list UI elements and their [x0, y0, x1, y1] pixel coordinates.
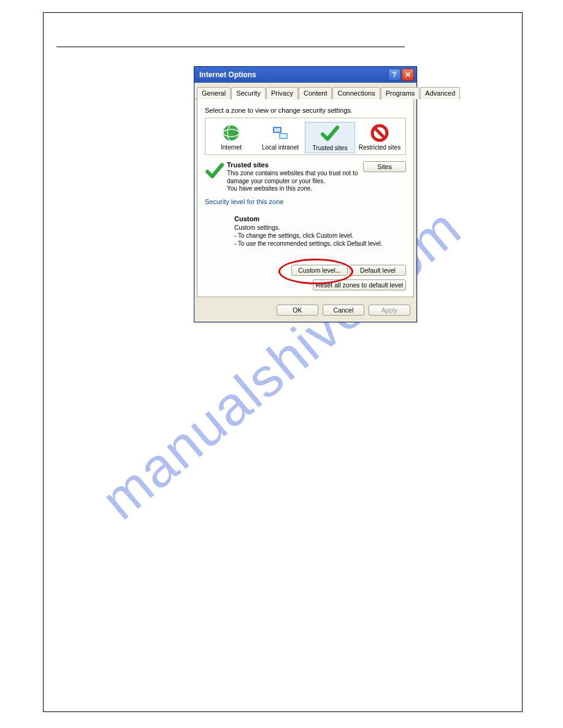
- zone-detail-body-2: You have websites in this zone.: [227, 185, 312, 192]
- zone-local-intranet[interactable]: Local intranet: [256, 122, 305, 153]
- zone-list: Internet Local intranet Trusted sites Re…: [205, 118, 406, 155]
- reset-all-zones-button[interactable]: Reset all zones to default level: [313, 279, 406, 290]
- custom-line-2: - To change the settings, click Custom l…: [234, 232, 353, 239]
- tab-strip: General Security Privacy Content Connect…: [194, 83, 416, 99]
- cancel-button[interactable]: Cancel: [323, 305, 364, 316]
- zone-detail-heading: Trusted sites: [227, 161, 361, 169]
- tab-general[interactable]: General: [197, 87, 231, 99]
- dialog-buttons: OK Cancel Apply: [194, 301, 416, 322]
- tab-body-security: Select a zone to view or change security…: [197, 99, 414, 297]
- custom-settings-block: Custom Custom settings. - To change the …: [234, 215, 406, 248]
- checkmark-icon: [320, 124, 340, 143]
- tab-content[interactable]: Content: [299, 87, 332, 99]
- tab-privacy[interactable]: Privacy: [266, 87, 298, 99]
- zone-label: Trusted sites: [305, 145, 354, 151]
- restricted-icon: [370, 123, 389, 143]
- tab-security[interactable]: Security: [231, 87, 266, 99]
- zone-label: Local intranet: [256, 144, 305, 151]
- intranet-icon: [270, 123, 290, 143]
- default-level-button[interactable]: Default level: [350, 265, 406, 276]
- sites-button[interactable]: Sites: [363, 161, 406, 172]
- zone-restricted-sites[interactable]: Restricted sites: [355, 122, 404, 153]
- custom-level-button[interactable]: Custom level...: [291, 265, 348, 276]
- security-level-link[interactable]: Security level for this zone: [205, 198, 283, 205]
- custom-heading: Custom: [234, 215, 406, 222]
- zone-detail-body-1: This zone contains websites that you tru…: [227, 170, 358, 184]
- custom-line-3: - To use the recommended settings, click…: [234, 240, 383, 247]
- ok-button[interactable]: OK: [277, 305, 318, 316]
- horizontal-rule: [56, 47, 405, 47]
- tab-advanced[interactable]: Advanced: [420, 87, 460, 99]
- zone-label: Internet: [207, 144, 256, 151]
- custom-line-1: Custom settings.: [234, 224, 280, 231]
- close-button[interactable]: ✕: [402, 69, 414, 81]
- zone-internet[interactable]: Internet: [207, 122, 256, 153]
- globe-icon: [221, 123, 241, 143]
- svg-rect-5: [280, 134, 286, 138]
- help-button[interactable]: ?: [388, 69, 400, 81]
- dialog-title: Internet Options: [199, 70, 256, 79]
- checkmark-icon: [205, 161, 224, 181]
- tab-programs[interactable]: Programs: [381, 87, 420, 99]
- svg-rect-4: [274, 128, 280, 132]
- internet-options-dialog: Internet Options ? ✕ General Security Pr…: [194, 66, 417, 322]
- zone-trusted-sites[interactable]: Trusted sites: [305, 122, 355, 153]
- svg-line-7: [375, 128, 385, 138]
- zone-instruction: Select a zone to view or change security…: [205, 107, 406, 114]
- tab-connections[interactable]: Connections: [332, 87, 380, 99]
- zone-label: Restricted sites: [355, 144, 404, 151]
- apply-button[interactable]: Apply: [369, 305, 410, 316]
- titlebar: Internet Options ? ✕: [194, 67, 416, 83]
- zone-detail-row: Trusted sites This zone contains website…: [205, 161, 406, 193]
